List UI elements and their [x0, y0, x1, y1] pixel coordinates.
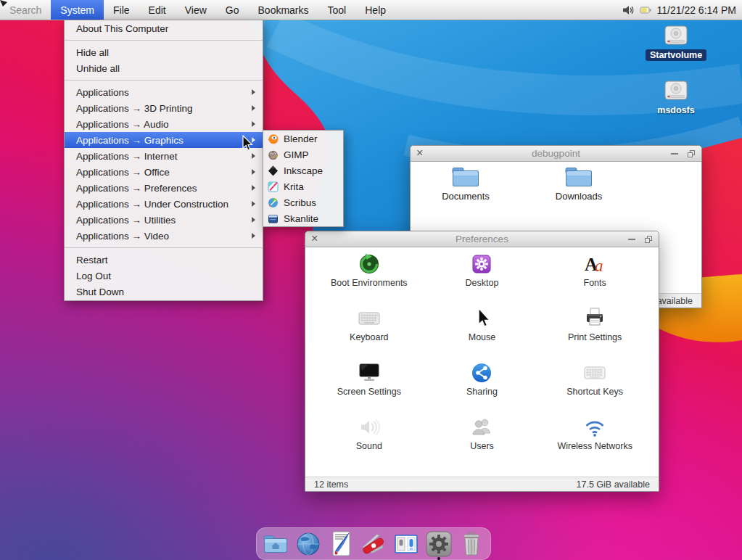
- maximize-icon[interactable]: [688, 150, 695, 157]
- dock-item-trash[interactable]: [458, 530, 485, 558]
- submenu-arrow-icon: [252, 169, 255, 175]
- submenu-item-krita[interactable]: Krita: [263, 178, 343, 194]
- menu-item-unhide-all[interactable]: Unhide all: [65, 60, 263, 76]
- dock-item-home-folder[interactable]: [262, 530, 289, 558]
- menu-item-log-out[interactable]: Log Out: [65, 268, 263, 284]
- dock-item-utilities-knife[interactable]: [360, 530, 387, 558]
- pref-item-wireless-networks[interactable]: Wireless Networks: [538, 413, 651, 468]
- pref-item-label: Mouse: [469, 332, 496, 342]
- submenu-arrow-icon: [252, 201, 255, 207]
- menubar-item-edit[interactable]: Edit: [139, 0, 176, 20]
- pref-item-sharing[interactable]: Sharing: [426, 359, 539, 413]
- menubar-clock[interactable]: 11/21/22 6:14 PM: [657, 4, 736, 16]
- minimize-icon[interactable]: [628, 239, 635, 240]
- preferences-titlebar[interactable]: × Preferences: [305, 231, 659, 247]
- menu-item-about[interactable]: About This Computer: [65, 20, 263, 36]
- menu-item-applications-under-construction[interactable]: Applications → Under Construction: [65, 196, 263, 212]
- shortcut-keys-icon: [583, 361, 606, 384]
- desktop-icon-msdosfs[interactable]: msdosfs: [648, 80, 704, 116]
- menubar-item-help[interactable]: Help: [355, 0, 395, 20]
- pref-item-label: Boot Environments: [331, 278, 408, 288]
- volume-icon[interactable]: [622, 5, 635, 15]
- menu-item-applications-video[interactable]: Applications → Video: [65, 228, 263, 244]
- menubar-item-go[interactable]: Go: [216, 0, 249, 20]
- battery-icon[interactable]: [640, 6, 652, 15]
- menubar-item-tool[interactable]: Tool: [318, 0, 356, 20]
- screen-settings-icon: [358, 361, 381, 384]
- dock-item-dual-pane-panels[interactable]: [392, 530, 420, 558]
- menu-item-applications-graphics[interactable]: Applications → Graphics: [65, 132, 263, 148]
- minimize-icon[interactable]: [671, 153, 678, 155]
- menu-separator: [65, 247, 263, 248]
- close-icon[interactable]: ×: [311, 231, 318, 247]
- menu-separator: [65, 80, 263, 81]
- mouse-icon: [470, 307, 493, 330]
- hard-drive-icon: [663, 25, 689, 48]
- panels-icon: [392, 530, 420, 558]
- pref-item-mouse[interactable]: Mouse: [426, 305, 539, 359]
- menu-separator: [65, 40, 263, 41]
- menubar-item-view[interactable]: View: [176, 0, 216, 20]
- debugpoint-titlebar[interactable]: × debugpoint: [411, 146, 701, 162]
- swiss-knife-icon: [360, 530, 387, 558]
- globe-icon: [294, 530, 322, 558]
- folder-item-documents[interactable]: Documents: [429, 165, 502, 202]
- pref-item-shortcut-keys[interactable]: Shortcut Keys: [538, 359, 651, 413]
- dock-item-web-browser[interactable]: [294, 530, 322, 558]
- submenu-arrow-icon: [252, 89, 255, 95]
- maximize-icon[interactable]: [645, 236, 652, 243]
- submenu-item-gimp[interactable]: GIMP: [263, 147, 343, 162]
- submenu-arrow-icon: [252, 217, 255, 223]
- wireless-networks-icon: [583, 416, 606, 439]
- submenu-item-inkscape[interactable]: Inkscape: [263, 162, 343, 178]
- menubar-item-system[interactable]: System: [51, 0, 104, 20]
- pref-item-label: Sharing: [466, 387, 498, 397]
- menu-item-applications-utilities[interactable]: Applications → Utilities: [65, 212, 263, 228]
- trash-icon: [458, 530, 485, 558]
- dock-item-settings-gear[interactable]: [425, 530, 453, 558]
- submenu-item-blender[interactable]: Blender: [263, 131, 343, 147]
- pref-item-label: Wireless Networks: [557, 441, 632, 451]
- pref-item-keyboard[interactable]: Keyboard: [313, 305, 426, 359]
- menu-item-applications[interactable]: Applications: [65, 84, 263, 100]
- pref-item-desktop[interactable]: Desktop: [426, 250, 539, 305]
- scribus-icon: [268, 197, 279, 208]
- submenu-item-scribus[interactable]: Scribus: [263, 194, 343, 210]
- gimp-icon: [268, 149, 279, 160]
- menu-item-applications-office[interactable]: Applications → Office: [65, 164, 263, 180]
- preferences-grid: Boot Environments: [313, 247, 651, 477]
- window-title: Preferences: [305, 234, 659, 244]
- fonts-icon: A a: [583, 252, 606, 276]
- menu-item-applications-3d-printing[interactable]: Applications → 3D Printing: [65, 100, 263, 116]
- pref-item-sound[interactable]: Sound: [313, 413, 426, 468]
- close-icon[interactable]: ×: [416, 146, 423, 161]
- pref-item-users[interactable]: Users: [426, 413, 539, 468]
- pref-item-boot-environments[interactable]: Boot Environments: [313, 250, 426, 305]
- menu-item-applications-internet[interactable]: Applications → Internet: [65, 148, 263, 164]
- pref-item-label: Print Settings: [568, 332, 622, 342]
- desktop-icon-startvolume[interactable]: Startvolume: [648, 25, 704, 61]
- folder-item-downloads[interactable]: Downloads: [543, 165, 615, 202]
- skanlite-icon: [268, 213, 279, 224]
- folder-icon: [451, 165, 480, 189]
- menu-item-applications-preferences[interactable]: Applications → Preferences: [65, 180, 263, 196]
- menubar-item-bookmarks[interactable]: Bookmarks: [249, 0, 318, 20]
- submenu-arrow-icon: [252, 105, 255, 111]
- menubar-item-file[interactable]: File: [104, 0, 139, 20]
- pref-item-print-settings[interactable]: Print Settings: [538, 305, 651, 359]
- item-count-status: 12 items: [314, 479, 348, 490]
- submenu-arrow-icon: [252, 121, 255, 127]
- pref-item-fonts[interactable]: A a Fonts: [538, 250, 651, 305]
- menu-item-restart[interactable]: Restart: [65, 252, 263, 268]
- menu-item-hide-all[interactable]: Hide all: [65, 44, 263, 60]
- menu-item-applications-audio[interactable]: Applications → Audio: [65, 116, 263, 132]
- menu-item-shut-down[interactable]: Shut Down: [65, 284, 263, 300]
- submenu-item-skanlite[interactable]: Skanlite: [263, 210, 343, 226]
- krita-icon: [268, 181, 279, 192]
- desktop-icon: [470, 252, 493, 276]
- pref-item-screen-settings[interactable]: Screen Settings: [313, 359, 426, 413]
- dock-item-text-editor[interactable]: [327, 530, 355, 558]
- hard-drive-icon: [663, 80, 689, 103]
- home-folder-icon: [262, 530, 289, 558]
- folder-label: Downloads: [556, 191, 602, 202]
